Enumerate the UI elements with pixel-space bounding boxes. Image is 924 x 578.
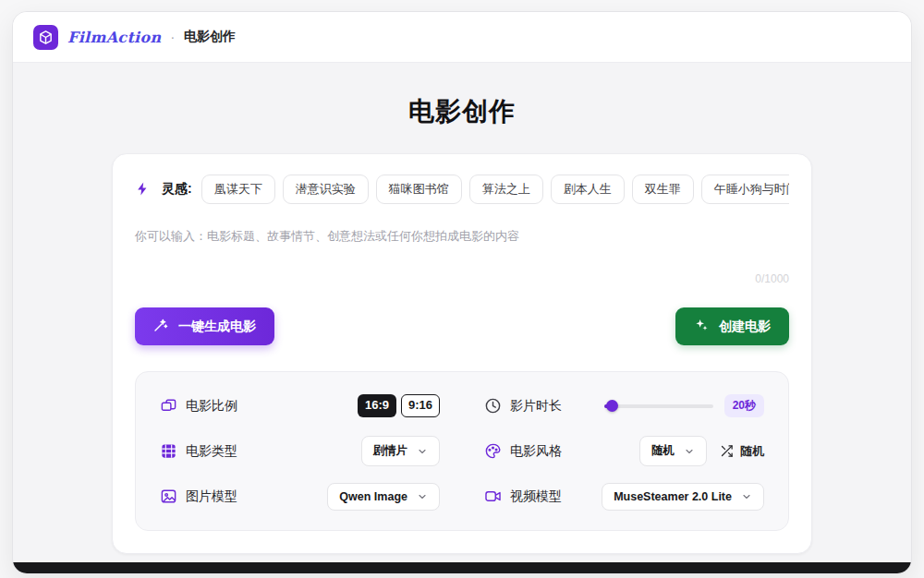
create-movie-label: 创建电影 <box>719 319 771 335</box>
brand-separator: · <box>170 30 175 44</box>
magic-wand-icon <box>153 318 171 335</box>
setting-style: 电影风格 随机 <box>484 428 764 474</box>
image-model-label: 图片模型 <box>186 488 237 505</box>
inspiration-chip-list: 凰谋天下 潜意识实验 猫咪图书馆 算法之上 剧本人生 双生罪 午睡小狗与时间站台… <box>201 175 789 204</box>
slider-thumb[interactable] <box>606 400 618 412</box>
char-counter: 0/1000 <box>755 272 789 285</box>
setting-image-model: 图片模型 Qwen Image <box>160 474 440 519</box>
image-model-label-group: 图片模型 <box>160 488 237 505</box>
video-model-value: MuseSteamer 2.0 Lite <box>614 490 732 503</box>
inspiration-chip[interactable]: 凰谋天下 <box>201 175 275 204</box>
inspiration-chip[interactable]: 午睡小狗与时间站台 <box>701 175 789 204</box>
style-shuffle-button[interactable]: 随机 <box>720 443 764 460</box>
creation-card: 灵感: 凰谋天下 潜意识实验 猫咪图书馆 算法之上 剧本人生 双生罪 午睡小狗与… <box>112 153 812 554</box>
chevron-down-icon <box>741 491 752 502</box>
chevron-down-icon <box>684 446 695 457</box>
brand-name[interactable]: FilmAction <box>67 29 161 46</box>
palette-icon <box>484 442 502 460</box>
generate-movie-label: 一键生成电影 <box>178 319 256 335</box>
genre-select[interactable]: 剧情片 <box>361 436 441 466</box>
inspiration-row: 灵感: 凰谋天下 潜意识实验 猫咪图书馆 算法之上 剧本人生 双生罪 午睡小狗与… <box>135 175 789 204</box>
aspect-ratio-label: 电影比例 <box>186 398 237 415</box>
video-model-label: 视频模型 <box>510 488 562 505</box>
inspiration-label: 灵感: <box>162 181 192 198</box>
action-row: 一键生成电影 创建电影 <box>135 307 789 345</box>
chevron-down-icon <box>417 491 428 502</box>
film-grid-icon <box>160 442 177 460</box>
style-label-group: 电影风格 <box>484 442 562 460</box>
movie-idea-input[interactable]: 你可以输入：电影标题、故事情节、创意想法或任何你想拍成电影的内容 0/1000 <box>135 228 789 285</box>
aspect-option-9-16[interactable]: 9:16 <box>401 394 440 417</box>
genre-value: 剧情片 <box>373 443 408 459</box>
page-title: 电影创作 <box>13 94 911 129</box>
genre-label-group: 电影类型 <box>160 442 237 460</box>
inspiration-chip[interactable]: 剧本人生 <box>551 175 625 204</box>
lightning-bolt-icon <box>135 181 152 199</box>
aspect-ratio-toggle: 16:9 9:16 <box>358 394 440 417</box>
slider-track <box>604 404 713 408</box>
style-select[interactable]: 随机 <box>639 436 707 466</box>
app-window: FilmAction · 电影创作 电影创作 灵感: 凰谋天下 潜意识实验 <box>12 11 912 574</box>
generate-movie-button[interactable]: 一键生成电影 <box>135 307 274 345</box>
aspect-option-16-9[interactable]: 16:9 <box>358 394 396 417</box>
setting-genre: 电影类型 剧情片 <box>160 428 440 474</box>
inspiration-chip[interactable]: 双生罪 <box>632 175 694 204</box>
shuffle-icon <box>720 444 734 458</box>
setting-video-model: 视频模型 MuseSteamer 2.0 Lite <box>484 474 764 519</box>
genre-label: 电影类型 <box>186 443 237 460</box>
sparkles-icon <box>694 318 711 335</box>
clock-icon <box>484 397 502 415</box>
video-model-select[interactable]: MuseSteamer 2.0 Lite <box>602 483 764 511</box>
aspect-ratio-icon <box>160 397 177 415</box>
style-control: 随机 随机 <box>639 436 764 466</box>
image-model-select[interactable]: Qwen Image <box>327 483 440 511</box>
input-placeholder: 你可以输入：电影标题、故事情节、创意想法或任何你想拍成电影的内容 <box>135 228 789 245</box>
duration-label: 影片时长 <box>510 398 562 415</box>
style-shuffle-label: 随机 <box>740 443 764 460</box>
inspiration-chip[interactable]: 算法之上 <box>469 175 543 204</box>
main-content: 电影创作 灵感: 凰谋天下 潜意识实验 猫咪图书馆 算法之上 剧本人生 <box>13 63 911 562</box>
duration-label-group: 影片时长 <box>484 397 562 415</box>
inspiration-chip[interactable]: 猫咪图书馆 <box>376 175 462 204</box>
style-value: 随机 <box>651 443 675 459</box>
aspect-ratio-label-group: 电影比例 <box>160 397 237 415</box>
chevron-down-icon <box>417 446 428 457</box>
duration-slider[interactable] <box>604 400 713 413</box>
duration-control: 20秒 <box>604 394 764 417</box>
app-header: FilmAction · 电影创作 <box>13 12 911 63</box>
setting-aspect-ratio: 电影比例 16:9 9:16 <box>160 383 440 428</box>
window-bottom-bar <box>13 562 911 573</box>
image-model-value: Qwen Image <box>339 490 407 503</box>
inspiration-chip[interactable]: 潜意识实验 <box>283 175 369 204</box>
style-label: 电影风格 <box>510 443 562 460</box>
picture-icon <box>160 488 177 505</box>
settings-panel: 电影比例 16:9 9:16 <box>135 371 789 531</box>
video-camera-icon <box>484 488 502 505</box>
duration-value-badge: 20秒 <box>724 394 764 417</box>
desktop-background: FilmAction · 电影创作 电影创作 灵感: 凰谋天下 潜意识实验 <box>0 0 924 578</box>
setting-duration: 影片时长 20秒 <box>484 383 764 428</box>
app-logo-icon[interactable] <box>33 25 58 50</box>
create-movie-button[interactable]: 创建电影 <box>675 307 789 345</box>
video-model-label-group: 视频模型 <box>484 488 562 505</box>
header-subtitle: 电影创作 <box>184 29 236 45</box>
